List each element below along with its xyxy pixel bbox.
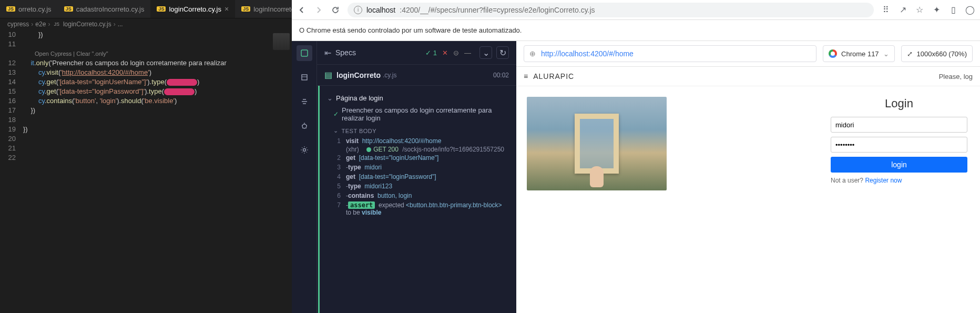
breadcrumb-seg: ...: [118, 21, 123, 28]
rerun-icon[interactable]: ↻: [496, 46, 509, 59]
specs-label: Specs: [335, 48, 356, 57]
tab-label: loginCorreto.cy.js: [169, 5, 221, 13]
preview-toolbar: ⊕ http://localhost:4200/#/home Chrome 11…: [516, 41, 980, 67]
login-button[interactable]: login: [831, 157, 967, 173]
url-path: :4200/__/#/specs/runner?file=cypress/e2e…: [400, 6, 595, 14]
hero-image: [527, 97, 667, 190]
chevron-right-icon: ›: [31, 21, 33, 28]
test-body-label[interactable]: ⌄ TEST BODY: [326, 124, 510, 136]
it-title: Preencher os campos do login corretament…: [342, 106, 509, 122]
viewport-chip[interactable]: ⤢ 1000x660 (70%): [901, 45, 973, 62]
command-log[interactable]: ⌄ Página de login ✓ Preencher os campos …: [318, 86, 516, 313]
svg-point-3: [303, 149, 305, 152]
register-link[interactable]: Register now: [865, 177, 902, 184]
site-info-icon[interactable]: i: [354, 6, 362, 14]
tab-cadastro-incorreto[interactable]: JS cadastroIncorreto.cy.js: [58, 0, 151, 18]
breadcrumb-seg: loginCorreto.cy.js: [63, 21, 111, 28]
app-preview: ⊕ http://localhost:4200/#/home Chrome 11…: [516, 41, 980, 313]
tab-login-correto[interactable]: JS loginCorreto.cy.js ×: [150, 0, 235, 18]
login-hint: Please, log: [939, 73, 973, 80]
rail-specs-icon[interactable]: [297, 45, 312, 61]
cypress-reporter: ⇤ Specs ✓1 ✕ ⊝ — ⌄ ↻ ▤ loginCorreto: [292, 41, 516, 313]
minimap[interactable]: [271, 30, 292, 313]
tab-label: cadastroIncorreto.cy.js: [76, 5, 145, 13]
code-lines[interactable]: })Open Cypress | Clear ".only" it.only('…: [23, 30, 271, 313]
chevron-down-icon: ⌄: [333, 127, 339, 134]
extensions-icon[interactable]: ✦: [932, 5, 941, 15]
browser-name: Chrome 117: [841, 50, 879, 58]
address-bar[interactable]: i localhost:4200/__/#/specs/runner?file=…: [348, 3, 874, 17]
cypress-main: ⇤ Specs ✓1 ✕ ⊝ — ⌄ ↻ ▤ loginCorreto: [317, 41, 516, 313]
js-badge-icon: JS: [64, 6, 73, 12]
fail-count: ✕: [442, 49, 448, 57]
chevron-right-icon: ›: [114, 21, 116, 28]
browser-toolbar: i localhost:4200/__/#/specs/runner?file=…: [292, 0, 980, 20]
login-title: Login: [831, 97, 967, 110]
browser-actions: ⠿ ↗ ☆ ✦ ▯ ◯: [881, 5, 975, 15]
rail-bug-icon[interactable]: [297, 118, 312, 134]
target-icon: ⊕: [529, 49, 536, 58]
back-icon[interactable]: [297, 5, 307, 15]
translate-icon[interactable]: ⠿: [881, 5, 891, 15]
star-icon[interactable]: ☆: [915, 5, 924, 15]
pass-count: ✓1: [425, 49, 437, 57]
automation-banner: O Chrome está sendo controlado por um so…: [292, 20, 980, 41]
chevron-down-icon: ⌄: [327, 94, 333, 102]
svg-point-2: [302, 124, 307, 128]
rail-settings-icon[interactable]: [297, 142, 312, 158]
js-badge-icon: JS: [52, 22, 61, 27]
describe-title: Página de login: [336, 94, 383, 102]
check-icon: ✓: [333, 110, 339, 118]
editor-pane: JS orreto.cy.js JS cadastroIncorreto.cy.…: [0, 0, 292, 313]
register-prompt: Not a user? Register now: [831, 177, 967, 184]
aut-url-chip[interactable]: ⊕ http://localhost:4200/#/home: [524, 45, 816, 62]
password-input[interactable]: [831, 137, 967, 153]
breadcrumb[interactable]: cypress › e2e › JS loginCorreto.cy.js › …: [0, 18, 292, 30]
run-controls: ⌄ ↻: [479, 46, 509, 59]
spec-time: 00:02: [493, 72, 509, 79]
picture-frame-icon: [575, 114, 619, 174]
chevron-down-icon: ⌄: [883, 50, 889, 58]
share-icon[interactable]: ↗: [898, 5, 907, 15]
cypress-rail: [292, 41, 317, 313]
reload-icon[interactable]: [331, 5, 340, 15]
editor-tabs: JS orreto.cy.js JS cadastroIncorreto.cy.…: [0, 0, 292, 18]
login-form: Login login Not a user? Register now: [831, 97, 967, 302]
describe-row[interactable]: ⌄ Página de login: [326, 92, 510, 104]
browser-select[interactable]: Chrome 117 ⌄: [823, 45, 895, 62]
sidepanel-icon[interactable]: ▯: [948, 5, 958, 15]
file-icon: ▤: [324, 70, 332, 80]
rail-debug-icon[interactable]: [297, 94, 312, 109]
tab-label: orreto.cy.js: [18, 5, 52, 13]
forward-icon[interactable]: [314, 5, 323, 15]
chevron-down-icon[interactable]: ⌄: [479, 46, 492, 59]
js-badge-icon: JS: [157, 6, 166, 12]
close-icon[interactable]: ×: [224, 5, 229, 13]
code-editor[interactable]: 10111213141516171819202122 })Open Cypres…: [0, 30, 292, 313]
pending-count: ⊝: [453, 49, 459, 57]
svg-rect-0: [301, 50, 308, 56]
breadcrumb-seg: cypress: [7, 21, 29, 28]
svg-rect-1: [302, 75, 307, 80]
js-badge-icon: JS: [241, 6, 250, 12]
scale-icon: ⤢: [907, 50, 913, 58]
url-host: localhost: [366, 6, 395, 14]
skipped-count: —: [464, 49, 471, 57]
app-content: Login login Not a user? Register now: [516, 86, 980, 313]
aut-url: http://localhost:4200/#/home: [541, 49, 634, 58]
chrome-icon: [829, 49, 837, 58]
app-header: ≡ ALURAPIC Please, log: [516, 67, 980, 86]
browser-pane: i localhost:4200/__/#/specs/runner?file=…: [292, 0, 980, 313]
rail-runs-icon[interactable]: [297, 69, 312, 85]
menu-icon[interactable]: ≡: [524, 72, 528, 80]
line-gutter: 10111213141516171819202122: [0, 30, 23, 313]
profile-icon[interactable]: ◯: [965, 5, 975, 15]
spec-row[interactable]: ▤ loginCorreto .cy.js 00:02: [317, 65, 516, 86]
spec-ext: .cy.js: [383, 72, 396, 79]
collapse-icon[interactable]: ⇤: [324, 48, 331, 58]
log-list: 1visit http://localhost:4200/#/home(xhr)…: [326, 136, 510, 217]
username-input[interactable]: [831, 117, 967, 133]
spec-name: loginCorreto: [336, 71, 381, 79]
tab-cadastro-correto[interactable]: JS orreto.cy.js: [0, 0, 58, 18]
it-row[interactable]: ✓ Preencher os campos do login corretame…: [326, 104, 510, 124]
